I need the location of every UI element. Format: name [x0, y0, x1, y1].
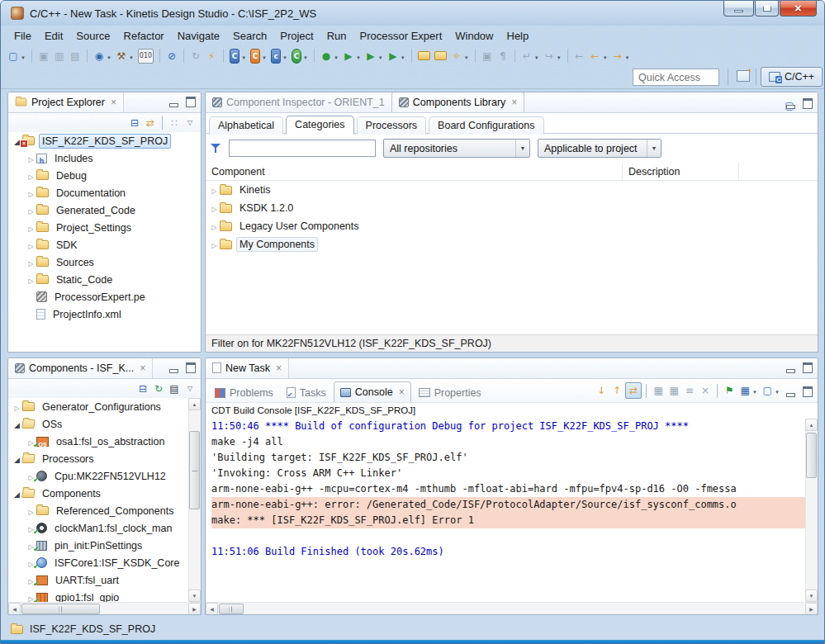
- tree-item-gpio1[interactable]: gpio1:fsl_gpio: [8, 589, 188, 602]
- focus-task-button[interactable]: ∷: [167, 115, 182, 131]
- generate-pd-button[interactable]: ▤: [167, 381, 182, 397]
- horizontal-scrollbar[interactable]: [206, 602, 818, 614]
- new-class-button[interactable]: C: [290, 48, 310, 64]
- menu-item[interactable]: Project: [273, 27, 320, 45]
- tree-item-osa1[interactable]: osa1:fsl_os_abstraction: [8, 433, 188, 450]
- display-console-button[interactable]: ▦: [737, 382, 759, 399]
- menu-item[interactable]: Edit: [38, 27, 69, 45]
- view-menu-button[interactable]: ▽: [183, 115, 197, 131]
- print-button[interactable]: ▤: [68, 48, 83, 64]
- menu-item[interactable]: Run: [320, 27, 353, 45]
- menu-item[interactable]: Refactor: [117, 27, 171, 45]
- applicable-filter-dropdown[interactable]: Applicable to project: [538, 139, 661, 158]
- pe-generate-button[interactable]: ⚡: [204, 48, 219, 64]
- minimize-view-button[interactable]: [784, 361, 798, 374]
- tree-item-ksdk-120[interactable]: KSDK 1.2.0: [206, 199, 818, 217]
- tree-item-documentation[interactable]: Documentation: [8, 184, 201, 201]
- previous-message-button[interactable]: ↑: [609, 382, 624, 399]
- debug-config-button[interactable]: ◉: [92, 48, 113, 64]
- horizontal-scrollbar[interactable]: [8, 602, 201, 614]
- tree-item-cpu[interactable]: Cpu:MK22FN512VLH12: [8, 467, 188, 485]
- close-button[interactable]: [780, 1, 817, 17]
- scrollbar-thumb[interactable]: [806, 433, 817, 478]
- tree-item-my-components[interactable]: My Components: [206, 235, 818, 253]
- search-button[interactable]: ✧: [449, 48, 471, 64]
- scroll-right-button[interactable]: [805, 603, 818, 615]
- quick-access-input[interactable]: [633, 69, 719, 86]
- component-filter-input[interactable]: [229, 140, 376, 157]
- open-console-button[interactable]: ▢: [760, 382, 781, 399]
- tree-item-sdk[interactable]: SDK: [8, 236, 201, 253]
- back-disabled-button[interactable]: ←: [572, 48, 587, 64]
- menu-item[interactable]: Processor Expert: [353, 27, 449, 45]
- subtab-categories[interactable]: Categories: [286, 116, 353, 135]
- skip-breakpoints-button[interactable]: ⊘: [164, 48, 179, 64]
- close-tab-icon[interactable]: [138, 362, 145, 374]
- debug-button[interactable]: ●: [319, 48, 340, 64]
- subtab-board-configurations[interactable]: Board Configurations: [429, 116, 543, 135]
- tree-item-projectinfo-xml[interactable]: ProjectInfo.xml: [8, 305, 201, 323]
- run-button[interactable]: ▶: [341, 48, 363, 64]
- subtab-alphabetical[interactable]: Alphabetical: [209, 116, 283, 135]
- tab-tasks[interactable]: Tasks: [281, 383, 332, 402]
- tab-problems[interactable]: Problems: [209, 383, 279, 402]
- maximize-view-button[interactable]: [800, 97, 814, 110]
- menu-item[interactable]: Source: [69, 27, 116, 45]
- tree-item-oss[interactable]: OSs: [8, 415, 188, 433]
- tree-item-kinetis[interactable]: Kinetis: [206, 181, 818, 199]
- tab-project-explorer[interactable]: Project Explorer: [8, 92, 124, 112]
- minimize-view-button[interactable]: [167, 95, 181, 108]
- close-tab-icon[interactable]: [274, 362, 282, 374]
- minimize-view-button[interactable]: [784, 385, 798, 398]
- close-tab-icon[interactable]: [109, 97, 116, 108]
- collapse-all-button[interactable]: ⊟: [135, 381, 150, 397]
- scroll-left-button[interactable]: [8, 603, 21, 615]
- new-c-file-button[interactable]: c: [269, 48, 289, 64]
- open-project-button[interactable]: [416, 48, 432, 64]
- scroll-down-button[interactable]: [805, 590, 818, 602]
- refresh-button[interactable]: ↻: [188, 48, 203, 64]
- pin-console-button[interactable]: ⚑: [722, 382, 737, 399]
- tab-new-task[interactable]: New Task: [206, 358, 289, 378]
- tree-item-sources[interactable]: Sources: [8, 253, 201, 271]
- tree-item-legacy-user-components[interactable]: Legacy User Components: [206, 217, 818, 235]
- maximize-view-button[interactable]: [800, 361, 814, 374]
- tree-item-project-root[interactable]: ISF_K22F_KDS_SF_PROJ: [8, 132, 201, 149]
- scrollbar-thumb[interactable]: [219, 604, 244, 614]
- maximize-view-button[interactable]: [800, 385, 814, 398]
- tree-item-static-code[interactable]: Static_Code: [8, 271, 201, 288]
- last-edit-location-button[interactable]: ↵: [519, 48, 541, 64]
- open-file-button[interactable]: [433, 48, 448, 64]
- collapse-all-button[interactable]: ⊟: [127, 115, 142, 131]
- scroll-right-button[interactable]: [188, 603, 201, 615]
- maximize-view-button[interactable]: [183, 361, 197, 374]
- vertical-scrollbar[interactable]: [805, 419, 818, 602]
- cpp-perspective-button[interactable]: C/C++: [761, 67, 823, 87]
- tab-component-inspector[interactable]: Component Inspector - ORIENT_1: [206, 92, 391, 112]
- close-tab-icon[interactable]: [510, 97, 517, 108]
- menu-item[interactable]: File: [7, 27, 38, 45]
- tree-item-processors[interactable]: Processors: [8, 450, 188, 467]
- scroll-down-button[interactable]: [188, 590, 201, 602]
- tab-console[interactable]: Console: [334, 381, 411, 402]
- tree-item-pin-init[interactable]: pin_init:PinSettings: [8, 537, 188, 554]
- mark-occurrences-button[interactable]: ▣: [480, 48, 495, 64]
- word-wrap-button[interactable]: ≡: [682, 382, 697, 399]
- scroll-lock-button[interactable]: ⇄: [625, 382, 642, 399]
- tree-item-processorexpert-pe[interactable]: ProcessorExpert.pe: [8, 288, 201, 305]
- tab-components[interactable]: Components - ISF_K...: [8, 358, 153, 378]
- menu-item[interactable]: Navigate: [171, 27, 226, 45]
- link-with-editor-button[interactable]: ⇄: [143, 115, 158, 131]
- minimize-view-button[interactable]: [784, 97, 798, 110]
- tree-item-uart[interactable]: UART:fsl_uart: [8, 571, 188, 589]
- tree-item-referenced-components[interactable]: Referenced_Components: [8, 502, 188, 519]
- restore-button[interactable]: [755, 1, 779, 17]
- scroll-up-button[interactable]: [805, 419, 818, 431]
- save-all-button[interactable]: ▥: [52, 48, 67, 64]
- menu-item[interactable]: Window: [448, 27, 500, 45]
- new-cpp-project-button[interactable]: C: [249, 48, 268, 64]
- run-config-button[interactable]: ▶: [363, 48, 385, 64]
- profile-button[interactable]: ▶: [386, 48, 407, 64]
- menu-item[interactable]: Help: [500, 27, 536, 45]
- show-console-on-output-button[interactable]: ▦: [651, 382, 666, 399]
